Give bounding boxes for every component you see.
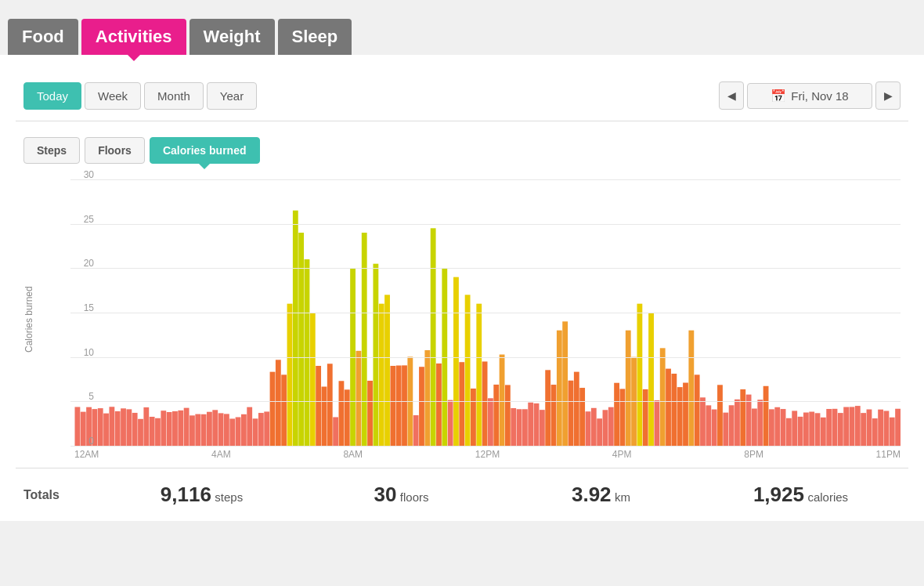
current-date: Fri, Nov 18 bbox=[791, 89, 848, 103]
calories-value: 1,925 bbox=[753, 483, 804, 506]
tab-activities[interactable]: Activities bbox=[81, 19, 186, 55]
x-label: 8AM bbox=[343, 449, 363, 460]
period-tabs: Today Week Month Year bbox=[23, 82, 257, 110]
metric-floors[interactable]: Floors bbox=[85, 137, 145, 164]
total-calories: 1,925 calories bbox=[701, 483, 901, 507]
tab-weight[interactable]: Weight bbox=[189, 19, 275, 55]
grid-lines: 051015202530 bbox=[43, 179, 901, 446]
next-date-btn[interactable]: ▶ bbox=[875, 81, 901, 110]
tab-sleep[interactable]: Sleep bbox=[278, 19, 352, 55]
period-week[interactable]: Week bbox=[85, 82, 141, 110]
x-label: 8PM bbox=[744, 449, 763, 460]
total-floors: 30 floors bbox=[301, 483, 501, 507]
totals-label: Totals bbox=[23, 488, 102, 502]
date-nav: ◀ 📅 Fri, Nov 18 ▶ bbox=[719, 81, 901, 110]
x-axis: 12AM4AM8AM12PM4PM8PM11PM bbox=[43, 449, 901, 460]
x-label: 12AM bbox=[74, 449, 99, 460]
total-steps: 9,116 steps bbox=[102, 483, 301, 507]
chart-container: Calories burned 051015202530 12AM4AM8AM1… bbox=[23, 179, 901, 460]
metric-calories[interactable]: Calories burned bbox=[150, 137, 260, 164]
x-label: 4AM bbox=[211, 449, 231, 460]
metric-tabs: Steps Floors Calories burned bbox=[23, 137, 901, 164]
period-today[interactable]: Today bbox=[23, 82, 81, 110]
calendar-icon: 📅 bbox=[771, 89, 786, 103]
total-km: 3.92 km bbox=[501, 483, 701, 507]
metric-steps[interactable]: Steps bbox=[23, 137, 80, 164]
floors-value: 30 bbox=[374, 483, 396, 506]
chart-section: Steps Floors Calories burned Calories bu… bbox=[16, 121, 908, 468]
tab-food[interactable]: Food bbox=[8, 19, 78, 55]
date-display: 📅 Fri, Nov 18 bbox=[747, 83, 872, 109]
totals-bar: Totals 9,116 steps 30 floors 3.92 km 1,9… bbox=[16, 468, 908, 521]
date-bar: Today Week Month Year ◀ 📅 Fri, Nov 18 ▶ bbox=[16, 71, 908, 121]
prev-date-btn[interactable]: ◀ bbox=[719, 81, 744, 110]
main-content: Today Week Month Year ◀ 📅 Fri, Nov 18 ▶ … bbox=[0, 55, 924, 521]
period-month[interactable]: Month bbox=[144, 82, 204, 110]
x-label: 12PM bbox=[475, 449, 500, 460]
x-label: 11PM bbox=[876, 449, 901, 460]
period-year[interactable]: Year bbox=[207, 82, 257, 110]
top-nav: Food Activities Weight Sleep bbox=[0, 0, 924, 55]
km-value: 3.92 bbox=[572, 483, 612, 506]
chart-inner: 051015202530 12AM4AM8AM12PM4PM8PM11PM bbox=[43, 179, 901, 460]
chart-grid: 051015202530 bbox=[43, 179, 901, 446]
x-label: 4PM bbox=[612, 449, 632, 460]
steps-value: 9,116 bbox=[161, 483, 211, 506]
y-axis-label: Calories burned bbox=[23, 179, 39, 460]
